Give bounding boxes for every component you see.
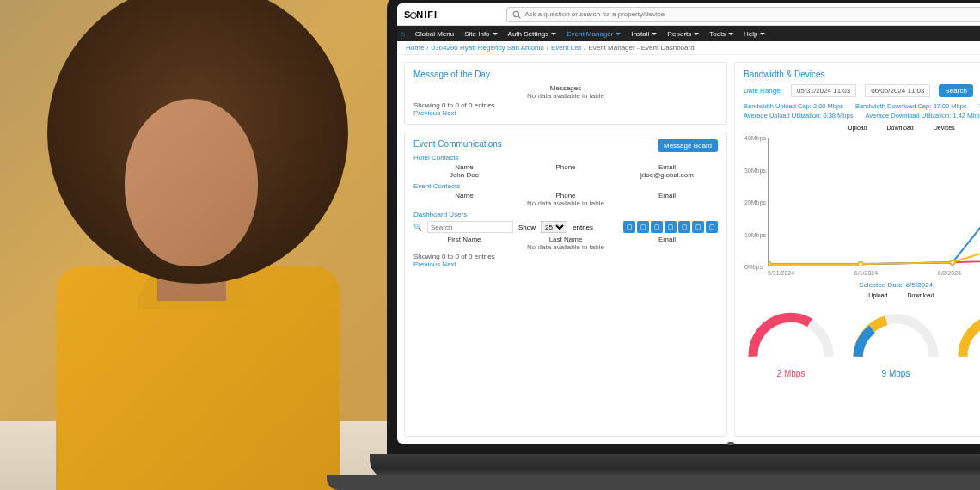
date-to-input[interactable]: 06/06/2024 11:03 — [865, 84, 930, 97]
export-5-button[interactable]: ▢ — [678, 221, 690, 233]
gauge-devices — [953, 305, 980, 378]
col-email: Email — [616, 236, 718, 243]
event-contacts-nodata: No data available in table — [515, 199, 616, 207]
date-range-label: Date Range: — [744, 87, 782, 95]
message-board-button[interactable]: Message Board — [658, 139, 718, 152]
nav-auth-settings[interactable]: Auth Settings — [503, 30, 562, 38]
contact-email: jdoe@global.com — [616, 171, 718, 179]
svg-point-10 — [859, 262, 863, 266]
export-7-button[interactable]: ▢ — [706, 221, 718, 233]
chevron-down-icon — [728, 33, 733, 35]
col-email: Email — [616, 192, 718, 199]
legend-download-swatch — [897, 294, 905, 297]
chevron-down-icon — [551, 33, 556, 35]
export-2-button[interactable]: ▢ — [637, 221, 649, 233]
home-icon[interactable]: ⌂ — [401, 30, 405, 38]
chevron-down-icon — [760, 33, 765, 35]
gauge-legend: Upload Download — [744, 292, 980, 298]
selected-date: Selected Date: 6/5/2024 — [744, 281, 980, 289]
legend-upload-swatch — [857, 294, 866, 297]
nav-global-menu[interactable]: Global Menu — [410, 30, 459, 38]
nav-tools[interactable]: Tools — [704, 30, 738, 38]
col-lastname: Last Name — [515, 236, 616, 243]
contact-name: John Doe — [413, 171, 515, 179]
legend-upload-swatch — [836, 126, 845, 130]
gauge-upload-value: 2 Mbps — [744, 369, 838, 378]
nav-install[interactable]: Install — [626, 30, 662, 38]
legend-upload: Upload — [868, 292, 887, 298]
motd-title: Message of the Day — [413, 70, 718, 79]
show-label: Show — [518, 224, 536, 231]
bw-search-button[interactable]: Search — [939, 84, 972, 97]
dashboard-users-header: Dashboard Users — [413, 211, 718, 218]
col-phone: Phone — [515, 163, 616, 171]
chevron-down-icon — [652, 33, 657, 35]
dashusers-nodata: No data available in table — [515, 243, 616, 251]
breadcrumb-property[interactable]: 0364290 Hyatt Regency San Antonio — [432, 44, 544, 52]
legend-download-swatch — [876, 126, 885, 130]
comms-panel: Message Board Event Communications Hotel… — [404, 132, 727, 437]
export-6-button[interactable]: ▢ — [692, 221, 704, 233]
motd-panel: Message of the Day Messages No data avai… — [404, 62, 727, 125]
date-from-input[interactable]: 05/31/2024 11:03 — [791, 84, 856, 97]
search-input[interactable] — [524, 10, 980, 18]
entries-label: entries — [573, 224, 593, 231]
sum-download-cap: Bandwidth Download Cap: 37.00 Mbps — [855, 102, 967, 110]
breadcrumb-current: Event Manager - Event Dashboard — [588, 44, 694, 52]
motd-showing: Showing 0 to 0 of 0 entries — [413, 101, 718, 109]
event-contacts-header: Event Contacts — [413, 182, 718, 190]
col-firstname: First Name — [413, 236, 515, 243]
brand-logo: SNIFI — [404, 9, 438, 20]
laptop-mockup: SNIFI ⌂ Global Menu Site Info Auth Setti… — [275, 0, 980, 490]
chevron-down-icon — [694, 33, 699, 35]
breadcrumb-home[interactable]: Home — [406, 44, 424, 52]
bandwidth-panel: Bandwidth & Devices Date Range: 05/31/20… — [734, 62, 980, 437]
main-nav: ⌂ Global Menu Site Info Auth Settings Ev… — [397, 26, 980, 41]
legend-devices-swatch — [922, 126, 931, 130]
sum-upload-cap: Bandwidth Upload Cap: 2.00 Mbps — [744, 102, 843, 110]
nav-reports[interactable]: Reports — [662, 30, 704, 38]
gauge-download: 9 Mbps — [848, 305, 943, 378]
gauge-download-value: 9 Mbps — [848, 369, 943, 378]
messages-nodata: No data available in table — [515, 92, 616, 100]
show-entries-select[interactable]: 25 — [541, 221, 567, 233]
col-name: Name — [413, 192, 515, 199]
sum-download-avg: Average Download Utilization: 1.42 Mbps — [865, 112, 980, 119]
nav-event-manager[interactable]: Event Manager — [561, 30, 626, 38]
global-search[interactable] — [506, 7, 980, 22]
breadcrumb: Home/ 0364290 Hyatt Regency San Antonio/… — [397, 41, 980, 55]
legend-upload: Upload — [848, 125, 867, 131]
breadcrumb-eventlist[interactable]: Event List — [551, 44, 581, 52]
hotel-contacts-header: Hotel Contacts — [413, 154, 718, 162]
export-1-button[interactable]: ▢ — [623, 221, 635, 233]
svg-point-11 — [951, 260, 955, 265]
nav-site-info[interactable]: Site Info — [459, 30, 502, 38]
export-3-button[interactable]: ▢ — [651, 221, 663, 233]
legend-download: Download — [887, 125, 914, 131]
app-screen: SNIFI ⌂ Global Menu Site Info Auth Setti… — [397, 3, 980, 444]
app-header: SNIFI — [397, 3, 980, 26]
chevron-down-icon — [493, 33, 498, 35]
svg-point-0 — [513, 11, 518, 16]
export-4-button[interactable]: ▢ — [665, 221, 677, 233]
motd-pager[interactable]: Previous Next — [413, 109, 718, 117]
legend-devices: Devices — [934, 125, 955, 131]
search-icon — [512, 10, 521, 19]
chevron-down-icon — [616, 33, 621, 35]
chart-legend: Upload Download Devices — [744, 125, 980, 131]
chart-xticks: 5/31/20246/1/20246/2/20246/3/2024 — [768, 270, 980, 276]
sum-upload-avg: Average Upload Utilization: 0.38 Mbps — [744, 112, 853, 119]
gauge-upload: 2 Mbps — [744, 305, 838, 378]
search-icon: 🔍 — [413, 224, 422, 231]
legend-download: Download — [908, 292, 934, 298]
nav-help[interactable]: Help — [738, 30, 770, 38]
messages-header: Messages — [515, 84, 616, 92]
bandwidth-chart: 0Mbps10Mbps20Mbps30Mbps40Mbps — [768, 138, 980, 266]
dashusers-pager[interactable]: Previous Next — [413, 260, 718, 268]
col-phone: Phone — [515, 192, 616, 199]
svg-point-9 — [769, 262, 771, 266]
bandwidth-title: Bandwidth & Devices — [744, 70, 980, 79]
col-name: Name — [413, 163, 515, 171]
dashboard-users-search[interactable] — [427, 221, 513, 233]
col-email: Email — [616, 163, 718, 171]
